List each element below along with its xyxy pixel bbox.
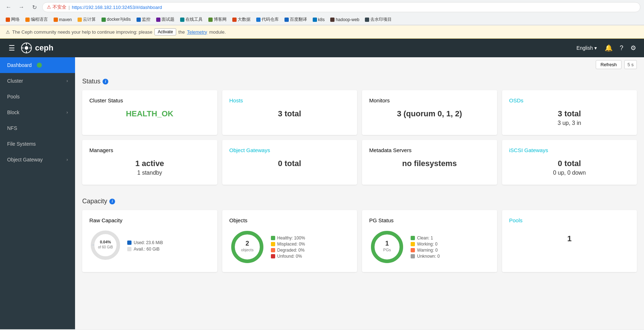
settings-button[interactable]: ⚙ [628,42,638,54]
sidebar-item-nfs[interactable]: NFS [0,120,75,136]
legend-dot [271,254,275,258]
ceph-logo-icon [21,42,32,54]
logo: ceph [21,42,53,54]
bookmark-item[interactable]: hadoop-web [328,16,361,23]
pg-legend-dot [411,248,415,252]
browser-nav: ← → ↻ ⚠ 不安全 | https://192.168.182.110:32… [0,0,644,14]
used-label: Used: 23.6 MiB [134,240,163,245]
main-layout: DashboardCluster›PoolsBlock›NFSFile Syst… [0,57,644,329]
pg-legend-label: Warning: 0 [417,248,438,253]
reload-button[interactable]: ↻ [29,2,39,12]
pools-value: 1 [509,234,630,243]
card-value: 0 total [229,159,350,168]
bookmark-item[interactable]: 云计算 [75,16,98,23]
bookmark-item[interactable]: docker与k8s [99,16,133,23]
health-dot [37,63,42,68]
raw-legend-used: Used: 23.6 MiB [127,240,163,245]
bookmark-item[interactable]: 在线工具 [178,16,205,23]
objects-donut-svg: 2 objects [229,229,265,265]
notifications-button[interactable]: 🔔 [603,42,615,54]
sidebar-item-label: NFS [7,125,17,131]
raw-legend: Used: 23.6 MiB Avail.: 60 GiB [127,239,163,253]
status-info-icon[interactable]: i [103,79,108,84]
pg-legend-label: Unknown: 0 [417,254,440,259]
app: ☰ ceph English ▾ 🔔 ? ⚙ DashboardC [0,39,644,329]
help-button[interactable]: ? [618,42,625,54]
card-value: 3 (quorum 0, 1, 2) [369,109,490,118]
pg-legend-dot [411,254,415,258]
bookmark-item[interactable]: maven [51,16,74,23]
status-cards-row1: Cluster StatusHEALTH_OKHosts3 totalMonit… [82,90,637,135]
status-card2-0: Managers1 active1 standby [82,140,217,185]
expand-arrow-icon: › [66,78,68,83]
expand-arrow-icon: › [66,157,68,162]
pools-card: Pools 1 [502,210,637,272]
card-value: 3 total [509,109,630,118]
legend-item-2: Degraded: 0% [271,248,305,253]
bookmark-item[interactable]: 监控 [134,16,153,23]
forward-button[interactable]: → [16,2,26,12]
sidebar-item-dashboard[interactable]: Dashboard [0,57,75,73]
pools-title[interactable]: Pools [509,217,630,223]
legend-label: Unfound: 0% [277,254,302,259]
raw-capacity-title: Raw Capacity [89,217,210,223]
browser-chrome: ← → ↻ ⚠ 不安全 | https://192.168.182.110:32… [0,0,644,25]
bookmark-item[interactable]: 面试题 [154,16,177,23]
pg-legend-item-1: Working: 0 [411,242,440,247]
sidebar-item-label: Pools [7,94,20,100]
avail-dot [127,247,132,251]
status-card2-2: Metadata Serversno filesystems [362,140,497,185]
sidebar-item-label: Object Gateway [7,157,43,162]
language-label: English [576,45,593,51]
legend-label: Misplaced: 0% [277,242,305,247]
card-title[interactable]: Object Gateways [229,147,350,153]
language-dropdown-arrow: ▾ [594,45,597,51]
sidebar-item-object-gateway[interactable]: Object Gateway› [0,152,75,168]
bookmark-item[interactable]: 网络 [4,16,22,23]
back-button[interactable]: ← [4,2,14,12]
card-title[interactable]: OSDs [509,97,630,103]
sidebar-item-file-systems[interactable]: File Systems [0,136,75,152]
svg-text:2: 2 [245,240,249,247]
address-bar[interactable]: ⚠ 不安全 | https://192.168.182.110:32453/#/… [42,2,640,12]
sidebar-item-cluster[interactable]: Cluster› [0,73,75,89]
sidebar-item-pools[interactable]: Pools [0,89,75,105]
security-warning: ⚠ 不安全 [47,4,66,10]
card-title[interactable]: Hosts [229,97,350,103]
bookmark-item[interactable]: 大数据 [230,16,253,23]
legend-dot [271,242,275,246]
bookmark-item[interactable]: 博客网 [206,16,229,23]
status-card2-1: Object Gateways0 total [222,140,357,185]
content-area: Refresh 5 s Status i Cluster StatusHEALT… [75,57,644,329]
bookmark-item[interactable]: 百度翻译 [282,16,309,23]
raw-capacity-card: Raw Capacity 0.04% of 60 GiB Used: 23.6 … [82,210,217,272]
telemetry-text2: the [178,29,185,35]
refresh-bar: Refresh 5 s [75,57,644,72]
card-title: Metadata Servers [369,147,490,153]
bookmark-item[interactable]: k8s [311,16,327,23]
bookmarks-bar: 网络编程语言maven云计算docker与k8s监控面试题在线工具博客网大数据代… [0,14,644,25]
sidebar-item-block[interactable]: Block› [0,105,75,120]
bookmark-item[interactable]: 代码仓库 [254,16,281,23]
svg-text:PGs: PGs [383,248,391,252]
card-title[interactable]: iSCSI Gateways [509,147,630,153]
language-selector[interactable]: English ▾ [574,44,600,52]
telemetry-link[interactable]: Telemetry [187,29,207,35]
capacity-info-icon[interactable]: i [109,199,115,204]
bookmark-item[interactable]: 编程语言 [23,16,50,23]
used-dot [127,241,132,245]
address-url: https://192.168.182.110:32453/#/dashboar… [72,5,162,10]
sidebar-item-label: Dashboard [7,62,32,68]
hamburger-button[interactable]: ☰ [6,41,18,55]
activate-button[interactable]: Activate [154,28,176,35]
refresh-button[interactable]: Refresh [596,60,621,69]
bookmark-item[interactable]: 去水印项目 [363,16,394,23]
objects-title: Objects [229,217,350,223]
status-card-2: Monitors3 (quorum 0, 1, 2) [362,90,497,135]
capacity-section: Capacity i Raw Capacity 0.04% of 60 GiB … [75,192,644,279]
legend-dot [271,236,275,240]
pg-donut-svg: 1 PGs [369,229,405,265]
telemetry-text1: The Ceph community needs your help to co… [12,29,152,35]
pg-legend-dot [411,242,415,246]
raw-capacity-content: 0.04% of 60 GiB Used: 23.6 MiB Avail.: 6… [89,229,210,262]
